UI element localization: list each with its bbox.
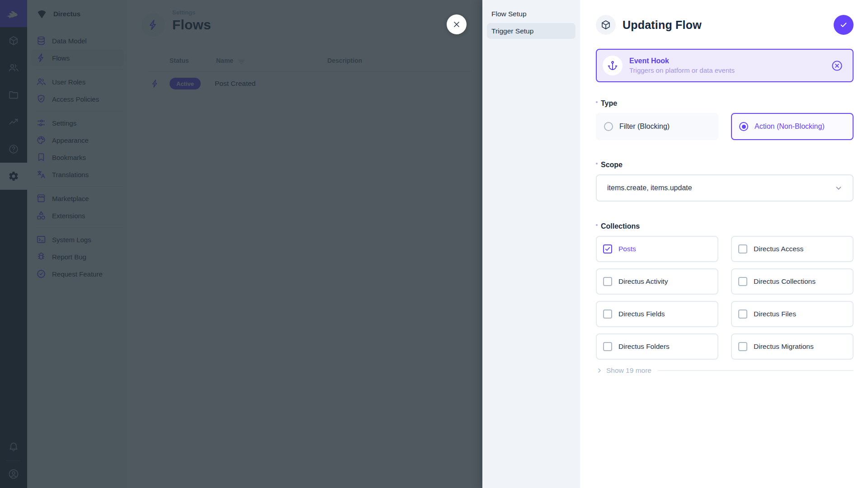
drawer-title: Updating Flow — [623, 19, 702, 32]
checkbox-directus-activity[interactable]: Directus Activity — [596, 268, 718, 295]
field-label: Scope — [601, 161, 623, 169]
field-label: Type — [601, 99, 617, 108]
radio-unchecked-icon — [604, 122, 613, 131]
anchor-icon — [603, 56, 623, 75]
event-hook-banner[interactable]: Event Hook Triggers on platform or data … — [596, 49, 854, 82]
close-icon — [452, 20, 461, 29]
scope-select-value: items.create, items.update — [607, 184, 692, 192]
drawer-nav-trigger-setup[interactable]: Trigger Setup — [487, 23, 576, 39]
checkbox-checked-icon — [603, 244, 612, 253]
circle-x-icon — [831, 60, 843, 72]
checkbox-icon — [738, 244, 747, 253]
required-dot — [596, 224, 598, 226]
radio-filter-blocking[interactable]: Filter (Blocking) — [596, 113, 718, 140]
type-options: Filter (Blocking) Action (Non-Blocking) — [596, 113, 854, 140]
checkbox-icon — [738, 310, 747, 319]
collections-field-label-row: Collections — [596, 222, 854, 230]
checkbox-icon — [603, 342, 612, 351]
checkbox-icon — [603, 310, 612, 319]
collections-field: Collections Posts Directus Access — [596, 222, 854, 375]
scope-select[interactable]: items.create, items.update — [596, 174, 854, 202]
checkbox-icon — [738, 277, 747, 286]
collections-grid: Posts Directus Access Directus Activity … — [596, 236, 854, 360]
checkbox-directus-fields[interactable]: Directus Fields — [596, 301, 718, 327]
scope-field-label-row: Scope — [596, 161, 854, 169]
save-button[interactable] — [834, 15, 854, 35]
package-icon — [596, 15, 616, 35]
show-more-label: Show 19 more — [606, 366, 651, 375]
scope-field: Scope items.create, items.update — [596, 161, 854, 202]
close-drawer-button[interactable] — [447, 14, 467, 34]
checkbox-directus-files[interactable]: Directus Files — [731, 301, 854, 327]
drawer-nav-flow-setup[interactable]: Flow Setup — [487, 6, 576, 22]
banner-text: Event Hook Triggers on platform or data … — [629, 57, 735, 74]
show-more-divider — [658, 370, 854, 371]
checkbox-icon — [603, 277, 612, 286]
checkbox-directus-access[interactable]: Directus Access — [731, 236, 854, 262]
flow-drawer: Flow Setup Trigger Setup Updating Flow — [482, 0, 868, 488]
radio-checked-icon — [739, 122, 748, 131]
checkbox-directus-folders[interactable]: Directus Folders — [596, 333, 718, 360]
type-field: Type Filter (Blocking) Action (Non-Block… — [596, 99, 854, 140]
trigger-type-description: Triggers on platform or data events — [629, 66, 735, 74]
directus-app: Directus Data Model Flows User Roles Acc… — [0, 0, 868, 488]
drawer-nav: Flow Setup Trigger Setup — [482, 0, 580, 488]
required-dot — [596, 163, 598, 164]
checkbox-posts[interactable]: Posts — [596, 236, 718, 262]
panel-header: Updating Flow — [596, 15, 854, 35]
checkbox-directus-collections[interactable]: Directus Collections — [731, 268, 854, 295]
trigger-type-name: Event Hook — [629, 57, 735, 65]
check-icon — [839, 20, 848, 29]
required-dot — [596, 101, 598, 103]
remove-trigger-button[interactable] — [831, 60, 843, 72]
chevron-down-icon — [834, 183, 844, 193]
chevron-right-icon — [596, 367, 603, 374]
radio-action-non-blocking[interactable]: Action (Non-Blocking) — [731, 113, 854, 140]
show-more-button[interactable]: Show 19 more — [596, 366, 854, 375]
drawer-overlay-scrim[interactable] — [0, 0, 482, 488]
type-field-label-row: Type — [596, 99, 854, 108]
checkbox-icon — [738, 342, 747, 351]
field-label: Collections — [601, 222, 640, 230]
trigger-setup-panel: Updating Flow Event Hook Triggers on pla… — [580, 0, 868, 488]
checkbox-directus-migrations[interactable]: Directus Migrations — [731, 333, 854, 360]
